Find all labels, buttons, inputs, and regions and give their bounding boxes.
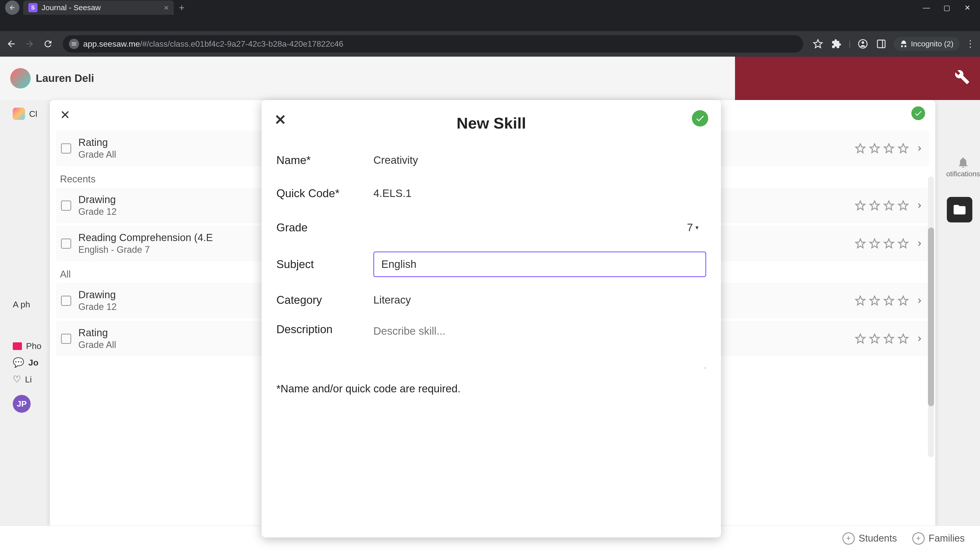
svg-point-1 [862, 41, 864, 44]
plus-icon: + [912, 532, 924, 545]
bookmark-icon[interactable] [812, 38, 824, 50]
svg-rect-2 [877, 40, 885, 48]
window-controls: — ▢ ✕ [921, 3, 980, 12]
notifications-panel[interactable]: otifications [946, 156, 980, 178]
star-rating[interactable] [855, 295, 909, 306]
star-rating[interactable] [855, 200, 909, 211]
required-note: *Name and/or quick code are required. [277, 383, 706, 395]
tab-favicon-icon: S [28, 3, 38, 12]
sidebar-item-likes[interactable]: ♡ Li [13, 374, 54, 385]
sidebar-item-journal[interactable]: 💬 Jo [13, 357, 54, 368]
quickcode-label: Quick Code* [277, 187, 373, 200]
star-rating[interactable] [855, 143, 909, 154]
category-label: Category [277, 294, 373, 306]
minimize-icon[interactable]: — [921, 3, 932, 12]
tab-bar: S Journal - Seesaw × + — ▢ ✕ [0, 0, 980, 15]
description-textarea[interactable] [373, 323, 706, 369]
star-rating[interactable] [855, 238, 909, 249]
form-row-category: Category Literacy [277, 290, 706, 310]
folder-icon [13, 342, 22, 350]
incognito-badge[interactable]: Incognito (2) [894, 37, 959, 51]
skill-checkbox[interactable] [61, 333, 71, 344]
page-content: Lauren Deli Cl A ph Pho 💬 Jo ♡ Li JP [0, 57, 980, 551]
skill-checkbox[interactable] [61, 143, 71, 154]
form-row-name: Name* Creativity [277, 150, 706, 170]
form-body: Name* Creativity Quick Code* 4.ELS.1 Gra… [262, 132, 721, 405]
chevron-right-icon[interactable] [915, 201, 924, 210]
sidebar-item-class[interactable]: Cl [13, 108, 54, 120]
left-sidebar: Cl A ph Pho 💬 Jo ♡ Li JP [13, 108, 54, 413]
confirm-modal-icon[interactable] [692, 110, 708, 127]
close-modal-icon[interactable]: ✕ [274, 111, 286, 128]
site-settings-icon[interactable] [69, 39, 79, 49]
forward-icon [24, 38, 36, 50]
name-value[interactable]: Creativity [373, 154, 706, 166]
chevron-right-icon[interactable] [915, 334, 924, 343]
bell-icon [957, 156, 969, 169]
star-rating[interactable] [855, 333, 909, 345]
form-row-description: Description [277, 323, 706, 370]
caret-down-icon: ▾ [695, 224, 698, 231]
reload-icon[interactable] [42, 38, 54, 50]
add-families-button[interactable]: + Families [912, 532, 965, 545]
form-row-subject: Subject [277, 251, 706, 277]
subject-label: Subject [277, 258, 373, 271]
grade-label: Grade [277, 221, 373, 234]
skill-checkbox[interactable] [61, 200, 71, 211]
student-avatar[interactable]: JP [13, 395, 30, 413]
confirm-panel-icon[interactable] [912, 106, 925, 120]
skill-checkbox[interactable] [61, 238, 71, 249]
sidebar-item-photos[interactable]: Pho [13, 341, 54, 351]
sidebar-text-ph: A ph [13, 300, 54, 310]
class-icon [13, 108, 25, 120]
form-row-grade: Grade 7 ▾ [277, 216, 706, 239]
nav-bar: app.seesaw.me/#/class/class.e01bf4c2-9a2… [0, 31, 980, 57]
add-students-button[interactable]: + Students [842, 532, 897, 545]
browser-chrome: S Journal - Seesaw × + — ▢ ✕ [0, 0, 980, 31]
url-text: app.seesaw.me/#/class/class.e01bf4c2-9a2… [83, 39, 343, 49]
scrollbar[interactable] [928, 176, 934, 457]
chevron-right-icon[interactable] [915, 239, 924, 248]
quickcode-value[interactable]: 4.ELS.1 [373, 187, 706, 200]
user-avatar[interactable] [10, 68, 30, 89]
nav-right: | Incognito (2) ⋮ [812, 37, 975, 51]
tab-title: Journal - Seesaw [41, 3, 101, 12]
scrollbar-thumb[interactable] [928, 227, 934, 406]
subject-input[interactable] [373, 251, 706, 277]
app-header: Lauren Deli [0, 57, 980, 100]
name-label: Name* [277, 154, 373, 167]
folder-badge[interactable] [947, 197, 972, 222]
back-icon[interactable] [5, 38, 18, 50]
menu-icon[interactable]: ⋮ [966, 38, 975, 49]
extensions-icon[interactable] [830, 38, 842, 50]
grade-dropdown[interactable]: 7 ▾ [679, 216, 706, 239]
tab-close-icon[interactable]: × [164, 3, 169, 13]
chevron-right-icon[interactable] [915, 144, 924, 153]
wrench-icon[interactable] [955, 69, 970, 85]
profile-icon[interactable] [857, 38, 869, 50]
form-row-quickcode: Quick Code* 4.ELS.1 [277, 183, 706, 203]
new-skill-modal: ✕ New Skill Name* Creativity Quick Code*… [262, 100, 721, 537]
maximize-icon[interactable]: ▢ [942, 3, 952, 12]
close-window-icon[interactable]: ✕ [962, 3, 972, 12]
chevron-right-icon[interactable] [915, 296, 924, 305]
browser-tab[interactable]: S Journal - Seesaw × [23, 0, 174, 15]
modal-title: New Skill [262, 100, 721, 132]
new-tab-icon[interactable]: + [179, 2, 185, 13]
address-bar[interactable]: app.seesaw.me/#/class/class.e01bf4c2-9a2… [63, 35, 803, 52]
tab-search-icon[interactable] [5, 0, 19, 15]
description-label: Description [277, 323, 373, 336]
panel-icon[interactable] [875, 38, 887, 50]
user-name: Lauren Deli [36, 72, 94, 84]
plus-icon: + [842, 532, 855, 545]
close-panel-icon[interactable]: ✕ [60, 108, 70, 122]
skill-checkbox[interactable] [61, 295, 71, 306]
category-value[interactable]: Literacy [373, 294, 706, 306]
